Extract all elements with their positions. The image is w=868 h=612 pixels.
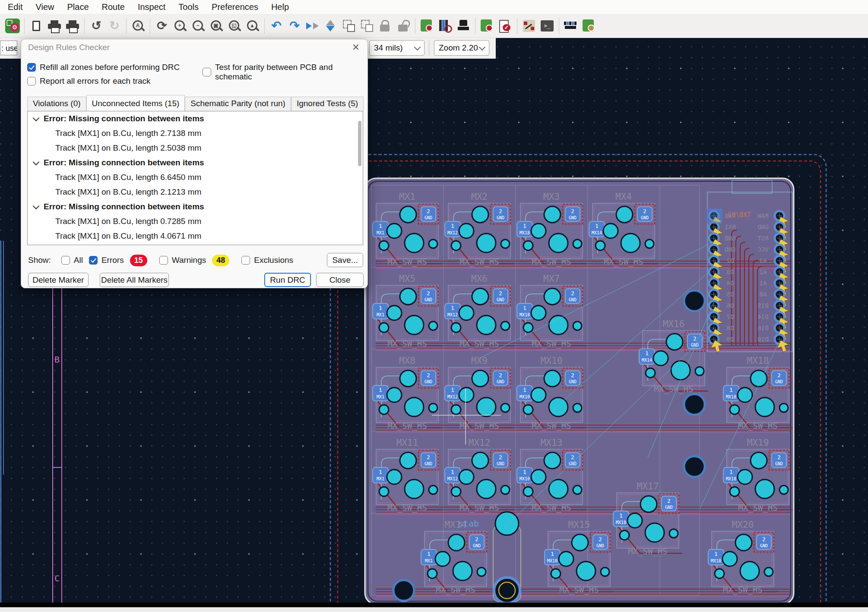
- drc-error-item-row[interactable]: Track [MX1] on B.Cu, length 6.6450 mm: [28, 170, 363, 185]
- show-warnings-checkbox[interactable]: [159, 256, 168, 265]
- route-tracks-icon[interactable]: [520, 17, 538, 35]
- run-drc-button[interactable]: Run DRC: [264, 273, 311, 287]
- show-all-checkbox[interactable]: [61, 256, 70, 265]
- svg-text:MX_SW_HS: MX_SW_HS: [738, 503, 778, 513]
- menu-place[interactable]: Place: [62, 1, 94, 13]
- menu-help[interactable]: Help: [266, 1, 294, 13]
- menu-bar: EditViewPlaceRouteInspectToolsPreference…: [0, 0, 868, 14]
- flip-vertical-icon[interactable]: [322, 17, 339, 35]
- find-icon[interactable]: A: [130, 17, 147, 35]
- group-icon[interactable]: [340, 17, 358, 35]
- svg-text:1: 1: [729, 469, 733, 475]
- update-pcb-from-schematic-icon[interactable]: [418, 17, 436, 35]
- exchange-footprints-icon[interactable]: [580, 17, 598, 35]
- svg-text:2: 2: [427, 208, 430, 215]
- zoom-out-icon[interactable]: −: [190, 17, 207, 35]
- svg-text:MX17: MX17: [637, 481, 659, 492]
- rotate-ccw-icon[interactable]: ↶: [268, 17, 285, 35]
- svg-text:MX18: MX18: [726, 394, 736, 399]
- tab-schematic-parity-not-run-[interactable]: Schematic Parity (not run): [185, 97, 291, 111]
- tab-ignored-tests-5-[interactable]: Ignored Tests (5): [291, 97, 364, 111]
- drc-error-item-row[interactable]: Track [MX1] on B.Cu, length 2.5038 mm: [28, 141, 363, 155]
- plot-icon[interactable]: [64, 17, 81, 35]
- refill-zones-label: Refill all zones before performing DRC: [40, 63, 180, 72]
- menu-edit[interactable]: Edit: [3, 1, 28, 13]
- grid-size-dropdown[interactable]: 34 mils): [369, 40, 424, 56]
- mounting-hole[interactable]: [684, 290, 705, 311]
- lock-icon[interactable]: [377, 17, 394, 35]
- zoom-selection-icon[interactable]: ◱: [226, 17, 243, 35]
- pin-table-icon[interactable]: [562, 17, 580, 35]
- menu-route[interactable]: Route: [97, 1, 130, 13]
- tab-unconnected-items-15-[interactable]: Unconnected Items (15): [86, 95, 185, 111]
- svg-text:MX_SW_HS: MX_SW_HS: [559, 585, 599, 595]
- svg-text:MX_SW_HS: MX_SW_HS: [532, 421, 571, 431]
- svg-text:2: 2: [667, 498, 671, 504]
- close-icon[interactable]: ✕: [349, 41, 362, 54]
- svg-text:GND: GND: [725, 246, 735, 253]
- track-width-dropdown[interactable]: : use n: [0, 41, 17, 55]
- report-track-errors-checkbox[interactable]: [27, 77, 36, 85]
- chevron-down-icon[interactable]: [33, 158, 40, 165]
- zoom-in-icon[interactable]: +: [171, 17, 189, 35]
- drc-error-group-row[interactable]: Error: Missing connection between items: [28, 111, 363, 126]
- svg-text:MX8: MX8: [399, 356, 415, 366]
- rotate-cw-icon[interactable]: ↷: [286, 17, 303, 35]
- ungroup-icon[interactable]: [358, 17, 376, 35]
- tab-violations-0-[interactable]: Violations (0): [27, 97, 86, 111]
- scripting-console-icon[interactable]: >_: [539, 17, 556, 35]
- pcbnew-app-icon[interactable]: ⚙: [4, 17, 21, 35]
- undo-icon[interactable]: ↺: [88, 17, 105, 35]
- svg-text:MX_SW_HS: MX_SW_HS: [723, 585, 763, 595]
- svg-text:1: 1: [451, 469, 454, 475]
- menu-view[interactable]: View: [30, 1, 59, 13]
- chevron-down-icon[interactable]: [33, 114, 40, 121]
- drc-error-item-row[interactable]: Track [MX1] on B.Cu, length 0.7285 mm: [28, 214, 363, 229]
- new-board-icon[interactable]: [28, 17, 45, 35]
- drc-result-list[interactable]: Error: Missing connection between itemsT…: [27, 111, 363, 245]
- drc-error-group-row[interactable]: Error: Missing connection between items: [28, 199, 363, 214]
- print-icon[interactable]: [46, 17, 63, 35]
- drc-error-item-row[interactable]: Track [MX1] on B.Cu, length 2.7138 mm: [28, 126, 363, 141]
- menu-tools[interactable]: Tools: [173, 1, 204, 13]
- run-drc-toolbar-icon[interactable]: ✓: [497, 17, 514, 35]
- update-footprints-icon[interactable]: [478, 17, 496, 35]
- mounting-hole[interactable]: [393, 580, 414, 601]
- drc-error-item-row[interactable]: Track [MX1] on B.Cu, length 2.1213 mm: [28, 185, 363, 199]
- stamp-tool-icon[interactable]: [455, 17, 472, 35]
- close-button[interactable]: Close: [316, 273, 364, 287]
- delete-marker-button[interactable]: Delete Marker: [28, 273, 89, 287]
- zoom-dropdown[interactable]: Zoom 2.20: [434, 40, 489, 56]
- refresh-view-icon[interactable]: ⟳: [153, 17, 171, 35]
- flip-horizontal-icon[interactable]: [304, 17, 321, 35]
- drc-dialog[interactable]: Design Rules Checker ✕ Refill all zones …: [21, 39, 368, 288]
- drc-error-item-row[interactable]: Track [MX1] on B.Cu, length 4.0671 mm: [28, 229, 363, 243]
- zoom-cursor-icon[interactable]: ▲: [244, 17, 261, 35]
- schematic-parity-checkbox[interactable]: [203, 68, 211, 76]
- svg-text:GND: GND: [569, 379, 577, 384]
- svg-text:1: 1: [523, 469, 526, 475]
- svg-text:MX10: MX10: [547, 558, 558, 563]
- drc-error-group-row[interactable]: Error: Missing connection between items: [28, 155, 363, 170]
- mounting-hole[interactable]: [684, 456, 705, 477]
- svg-text:MX10: MX10: [541, 356, 563, 366]
- svg-text:2: 2: [427, 454, 430, 461]
- delete-all-markers-button[interactable]: Delete All Markers: [100, 273, 169, 287]
- scrollbar-thumb[interactable]: [358, 121, 361, 166]
- library-browser-icon[interactable]: [437, 17, 454, 35]
- zoom-fit-icon[interactable]: ▣: [208, 17, 225, 35]
- refill-zones-checkbox[interactable]: [27, 63, 36, 72]
- chevron-down-icon[interactable]: [33, 202, 40, 209]
- svg-text:GND: GND: [775, 379, 783, 384]
- unlock-icon[interactable]: [395, 17, 412, 35]
- save-button[interactable]: Save...: [327, 253, 363, 267]
- svg-text:MX6: MX6: [471, 274, 488, 284]
- show-errors-checkbox[interactable]: [89, 256, 98, 265]
- show-exclusions-checkbox[interactable]: [241, 256, 250, 265]
- menu-preferences[interactable]: Preferences: [206, 1, 263, 13]
- svg-text:MX_SW_HS: MX_SW_HS: [459, 257, 499, 267]
- redo-icon[interactable]: ↻: [106, 17, 123, 35]
- menu-inspect[interactable]: Inspect: [133, 1, 171, 13]
- svg-text:MX10: MX10: [520, 394, 530, 399]
- mounting-hole[interactable]: [684, 394, 705, 415]
